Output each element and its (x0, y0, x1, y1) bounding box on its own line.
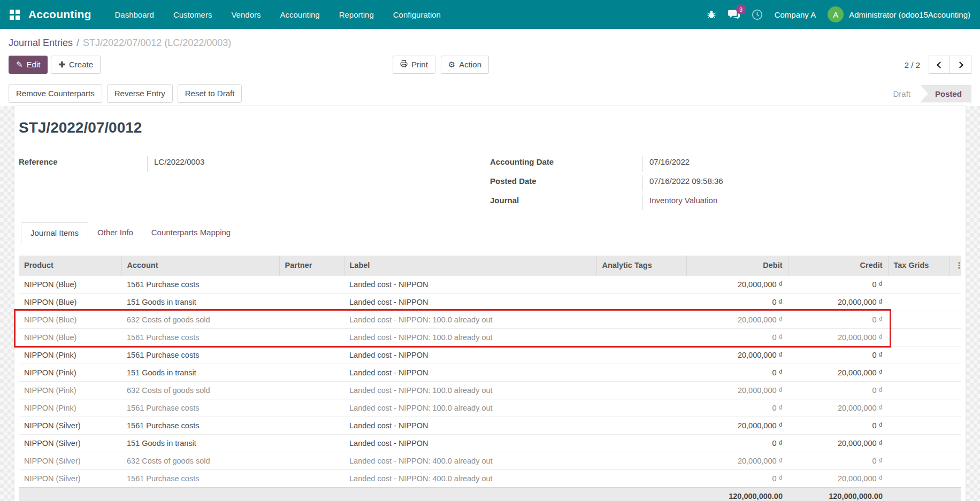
table-row[interactable]: NIPPON (Silver)632 Costs of goods soldLa… (19, 452, 961, 469)
breadcrumb-parent-link[interactable]: Journal Entries (9, 37, 73, 48)
print-button[interactable]: Print (393, 56, 435, 74)
field-accounting-date: Accounting Date07/16/2022 (490, 156, 961, 173)
cell-analytic_tags (596, 434, 686, 452)
table-row[interactable]: NIPPON (Blue)1561 Purchase costsLanded c… (19, 328, 961, 346)
cell-account: 151 Goods in transit (121, 434, 279, 452)
table-row[interactable]: NIPPON (Pink)1561 Purchase costsLanded c… (19, 346, 961, 364)
field-journal: JournalInventory Valuation (490, 195, 961, 211)
cell-analytic_tags (596, 293, 686, 311)
cell-credit: 0 ₫ (788, 381, 888, 399)
table-row[interactable]: NIPPON (Pink)632 Costs of goods soldLand… (19, 381, 961, 399)
pager-previous-button[interactable] (929, 56, 950, 74)
edit-button[interactable]: ✎ Edit (9, 56, 48, 74)
cell-extra (950, 469, 961, 487)
cell-label: Landed cost - NIPPON (344, 275, 596, 293)
cell-extra (950, 434, 961, 452)
cell-tax_grids (888, 346, 950, 364)
column-header-label[interactable]: Label (344, 256, 596, 275)
status-state-draft[interactable]: Draft (883, 85, 920, 103)
cell-tax_grids (888, 328, 950, 346)
nav-menu-reporting[interactable]: Reporting (339, 7, 374, 22)
cell-product: NIPPON (Silver) (19, 417, 121, 434)
avatar: A (828, 6, 844, 22)
activities-clock-icon[interactable] (752, 9, 763, 20)
gear-icon: ⚙ (448, 59, 455, 70)
cell-credit: 0 ₫ (788, 417, 888, 434)
cell-product: NIPPON (Silver) (19, 469, 121, 487)
cell-debit: 0 ₫ (686, 293, 788, 311)
cell-account: 151 Goods in transit (121, 293, 279, 311)
cell-debit: 0 ₫ (686, 434, 788, 452)
cell-partner (279, 399, 344, 417)
plus-icon: ✚ (58, 59, 65, 70)
cell-extra (950, 328, 961, 346)
nav-menu-dashboard[interactable]: Dashboard (115, 7, 154, 22)
tab-journal-items[interactable]: Journal Items (21, 222, 88, 243)
company-switcher[interactable]: Company A (775, 10, 816, 19)
app-title[interactable]: Accounting (28, 8, 91, 21)
cell-partner (279, 381, 344, 399)
cell-label: Landed cost - NIPPON (344, 293, 596, 311)
create-button[interactable]: ✚ Create (51, 56, 101, 74)
remove-counterparts-button[interactable]: Remove Counterparts (9, 84, 102, 103)
apps-grid-icon[interactable] (10, 10, 20, 20)
table-totals-row: 120,000,000.00 120,000,000.00 (19, 487, 961, 501)
cell-partner (279, 434, 344, 452)
column-header-tax-grids[interactable]: Tax Grids (888, 256, 950, 275)
cell-product: NIPPON (Silver) (19, 434, 121, 452)
cell-extra (950, 364, 961, 381)
column-header-account[interactable]: Account (121, 256, 279, 275)
optional-columns-toggle-icon[interactable]: ⋮ (950, 256, 961, 275)
cell-product: NIPPON (Pink) (19, 346, 121, 364)
nav-menu-configuration[interactable]: Configuration (393, 7, 441, 22)
cell-credit: 20,000,000 ₫ (788, 328, 888, 346)
column-header-debit[interactable]: Debit (686, 256, 788, 275)
chevron-right-icon (956, 61, 963, 68)
cell-debit: 0 ₫ (686, 469, 788, 487)
table-row[interactable]: NIPPON (Blue)151 Goods in transitLanded … (19, 293, 961, 311)
cell-tax_grids (888, 311, 950, 328)
cell-analytic_tags (596, 346, 686, 364)
nav-menu-customers[interactable]: Customers (173, 7, 212, 22)
pager-next-button[interactable] (950, 56, 971, 74)
table-row[interactable]: NIPPON (Blue)632 Costs of goods soldLand… (19, 311, 961, 328)
cell-credit: 0 ₫ (788, 275, 888, 293)
user-name: Administrator (odoo15Accounting) (849, 10, 970, 19)
column-header-product[interactable]: Product (19, 256, 121, 275)
tab-other-info[interactable]: Other Info (88, 222, 142, 243)
action-button[interactable]: ⚙ Action (441, 56, 489, 74)
field-value: 07/16/2022 09:58:36 (642, 175, 961, 191)
cell-product: NIPPON (Blue) (19, 311, 121, 328)
total-debit: 120,000,000.00 (686, 487, 788, 501)
table-row[interactable]: NIPPON (Silver)1561 Purchase costsLanded… (19, 417, 961, 434)
column-header-credit[interactable]: Credit (788, 256, 888, 275)
table-row[interactable]: NIPPON (Blue)1561 Purchase costsLanded c… (19, 275, 961, 293)
table-row[interactable]: NIPPON (Pink)1561 Purchase costsLanded c… (19, 399, 961, 417)
nav-menu-vendors[interactable]: Vendors (231, 7, 261, 22)
column-header-partner[interactable]: Partner (279, 256, 344, 275)
tab-counterparts-mapping[interactable]: Counterparts Mapping (142, 222, 240, 243)
cell-account: 151 Goods in transit (121, 364, 279, 381)
cell-label: Landed cost - NIPPON (344, 417, 596, 434)
reset-to-draft-button[interactable]: Reset to Draft (178, 84, 242, 103)
cell-credit: 20,000,000 ₫ (788, 293, 888, 311)
messages-icon[interactable]: 3 (728, 9, 740, 20)
user-menu[interactable]: A Administrator (odoo15Accounting) (828, 6, 970, 22)
column-header-analytic-tags[interactable]: Analytic Tags (596, 256, 686, 275)
table-row[interactable]: NIPPON (Silver)151 Goods in transitLande… (19, 434, 961, 452)
field-value[interactable]: Inventory Valuation (642, 195, 961, 210)
debug-bug-icon[interactable] (707, 10, 716, 19)
cell-extra (950, 399, 961, 417)
cell-product: NIPPON (Pink) (19, 364, 121, 381)
message-count-badge: 3 (736, 4, 746, 14)
cell-analytic_tags (596, 381, 686, 399)
cell-partner (279, 311, 344, 328)
control-panel: Journal Entries/STJ/2022/07/0012 (LC/202… (0, 29, 980, 74)
status-state-posted[interactable]: Posted (920, 85, 971, 103)
cell-account: 632 Costs of goods sold (121, 452, 279, 469)
reverse-entry-button[interactable]: Reverse Entry (107, 84, 173, 103)
nav-menu-accounting[interactable]: Accounting (280, 7, 319, 22)
table-row[interactable]: NIPPON (Silver)1561 Purchase costsLanded… (19, 469, 961, 487)
cell-product: NIPPON (Blue) (19, 293, 121, 311)
table-row[interactable]: NIPPON (Pink)151 Goods in transitLanded … (19, 364, 961, 381)
